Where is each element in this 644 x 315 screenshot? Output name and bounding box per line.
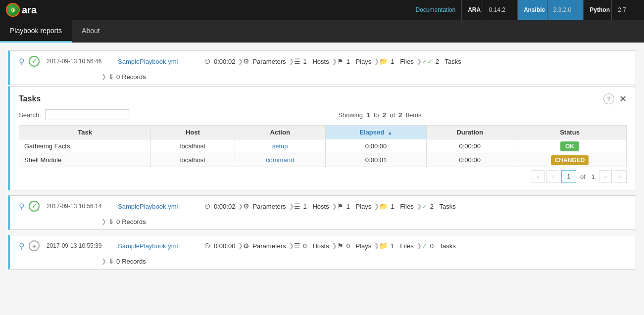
showing-text: Showing 1 to 2 of 2 Items	[133, 111, 627, 119]
playbook-row-1: ⚲ ✓ 2017-09-13 10:56:46 SamplePlaybook.y…	[10, 51, 636, 72]
records-row-2: ❯ ⇓ 0 Records	[10, 217, 636, 229]
playbook-card-3: ⚲ ◉ 2017-09-13 10:55:39 SamplePlaybook.y…	[8, 235, 636, 270]
pb-meta-1: ⏲ 0:00:02 ❯ ⚙ Parameters ❯ ☰ 1 Hosts ❯ ⚑…	[204, 57, 629, 65]
logo: ◑ ara	[6, 3, 37, 17]
arrow-1d: ❯	[374, 58, 379, 65]
files-count-2: 1 Files	[388, 203, 416, 210]
pb-date-3: 2017-09-13 10:55:39	[47, 242, 111, 249]
arrow-1b: ❯	[289, 58, 294, 65]
params-1: Parameters	[249, 58, 289, 65]
pb-name-1[interactable]: SamplePlaybook.yml	[118, 58, 197, 65]
sort-arrow-elapsed: ▲	[388, 130, 393, 135]
pg-current: 1	[561, 170, 576, 183]
task-status-1: OK	[513, 139, 626, 153]
pb-date-1: 2017-09-13 10:56:46	[47, 58, 111, 65]
pg-total: 1	[592, 173, 595, 180]
tasks-help-icon[interactable]: ?	[603, 93, 614, 104]
task-duration-1: 0:00:00	[427, 139, 513, 153]
pb-name-2[interactable]: SamplePlaybook.yml	[118, 203, 197, 210]
tasks-count-2: 2 Tasks	[427, 203, 459, 210]
ara-version: ARA 0.14.2	[461, 0, 517, 20]
share-icon-2: ⚲	[17, 201, 27, 211]
task-action-1[interactable]: setup	[235, 139, 325, 153]
arrow-2d: ❯	[374, 203, 379, 210]
tasks-close-button[interactable]: ✕	[619, 93, 627, 104]
task-action-2[interactable]: command	[235, 153, 325, 167]
params-2: Parameters	[249, 203, 289, 210]
arrow-1c: ❯	[332, 58, 337, 65]
clock-icon-1: ⏲	[204, 57, 211, 65]
tasks-checkmarks-1: ✓✓	[422, 58, 433, 65]
plays-count-2: 1 Plays	[344, 203, 375, 210]
gear-icon-3: ⚙	[243, 242, 249, 250]
task-host-2: localhost	[151, 153, 235, 167]
col-action: Action	[235, 126, 325, 139]
pb-date-2: 2017-09-13 10:56:14	[47, 203, 111, 210]
hosts-table-icon-2: ☰	[294, 202, 300, 210]
pb-icons-1: ⚲ ✓	[17, 56, 40, 67]
search-input[interactable]	[45, 109, 129, 120]
hosts-count-3: 0 Hosts	[300, 242, 332, 250]
arrow-1e: ❯	[417, 58, 422, 65]
nav-playbook-reports[interactable]: Playbook reports	[0, 20, 72, 43]
status-icon-1: ✓	[29, 56, 40, 67]
arrow-rec-3: ❯	[101, 258, 106, 265]
task-name-1: Gathering Facts	[19, 139, 151, 153]
top-bar-right: Documentation ARA 0.14.2 Ansible 2.3.2.0…	[409, 0, 638, 20]
share-icon-1: ⚲	[17, 56, 27, 66]
arrow-3d: ❯	[374, 242, 379, 249]
table-row: Shell Module localhost command 0:00:01 0…	[19, 153, 627, 167]
tasks-panel-header: Tasks ? ✕	[19, 93, 627, 104]
task-elapsed-1: 0:00:00	[325, 139, 427, 153]
plays-count-3: 0 Plays	[344, 242, 375, 250]
records-row-1: ❯ ⇓ 0 Records	[10, 72, 636, 85]
arrow-3e: ❯	[417, 242, 422, 249]
logo-text: ara	[22, 4, 37, 16]
arrow-1a: ❯	[238, 58, 243, 65]
col-elapsed[interactable]: Elapsed ▲	[325, 126, 427, 139]
arrow-3b: ❯	[289, 242, 294, 249]
tasks-checkmark-3: ✓	[422, 242, 427, 250]
nav-about[interactable]: About	[72, 20, 110, 43]
elapsed-3: 0:00:00	[211, 242, 238, 250]
plays-flag-icon-2: ⚑	[337, 202, 344, 210]
tasks-table: Task Host Action Elapsed ▲ Duration Stat…	[19, 125, 627, 167]
pg-first-btn[interactable]: «	[532, 170, 545, 183]
elapsed-1: 0:00:02	[211, 58, 238, 65]
hosts-table-icon-1: ☰	[294, 57, 300, 65]
col-host: Host	[151, 126, 235, 139]
records-icon-3: ⇓	[108, 257, 114, 265]
files-count-1: 1 Files	[388, 58, 416, 65]
doc-link[interactable]: Documentation	[409, 0, 461, 20]
files-folder-icon-3: 📁	[379, 242, 388, 250]
hosts-count-1: 1 Hosts	[300, 58, 332, 65]
gear-icon-2: ⚙	[243, 202, 249, 210]
arrow-2b: ❯	[289, 203, 294, 210]
tasks-count-3: 0 Tasks	[427, 242, 459, 250]
nav-bar: Playbook reports About	[0, 20, 644, 43]
pagination-row: « ‹ 1 of 1 › »	[19, 170, 627, 183]
clock-icon-3: ⏲	[204, 242, 211, 250]
pg-next-btn[interactable]: ›	[599, 170, 612, 183]
status-badge-ok-1: OK	[560, 141, 579, 151]
ansible-version: Ansible 2.3.2.0	[517, 0, 583, 20]
pb-name-3[interactable]: SamplePlaybook.yml	[118, 242, 197, 250]
status-badge-changed-2: CHANGED	[551, 155, 589, 165]
tasks-table-header-row: Task Host Action Elapsed ▲ Duration Stat…	[19, 126, 627, 139]
share-icon-3: ⚲	[17, 241, 27, 251]
playbook-row-3: ⚲ ◉ 2017-09-13 10:55:39 SamplePlaybook.y…	[10, 235, 636, 256]
params-3: Parameters	[249, 242, 289, 250]
arrow-2e: ❯	[417, 203, 422, 210]
playbook-row-2: ⚲ ✓ 2017-09-13 10:56:14 SamplePlaybook.y…	[10, 196, 636, 217]
tasks-panel: Tasks ? ✕ Search: Showing 1 to 2 of 2 It…	[8, 86, 636, 190]
col-status: Status	[513, 126, 626, 139]
hosts-count-2: 1 Hosts	[300, 203, 332, 210]
main-content: ⚲ ✓ 2017-09-13 10:56:46 SamplePlaybook.y…	[0, 43, 644, 278]
status-icon-2: ✓	[29, 201, 40, 212]
files-folder-icon-2: 📁	[379, 202, 388, 210]
table-row: Gathering Facts localhost setup 0:00:00 …	[19, 139, 627, 153]
records-row-3: ❯ ⇓ 0 Records	[10, 256, 636, 269]
pg-prev-btn[interactable]: ‹	[546, 170, 559, 183]
pg-last-btn[interactable]: »	[614, 170, 627, 183]
files-folder-icon-1: 📁	[379, 57, 388, 65]
